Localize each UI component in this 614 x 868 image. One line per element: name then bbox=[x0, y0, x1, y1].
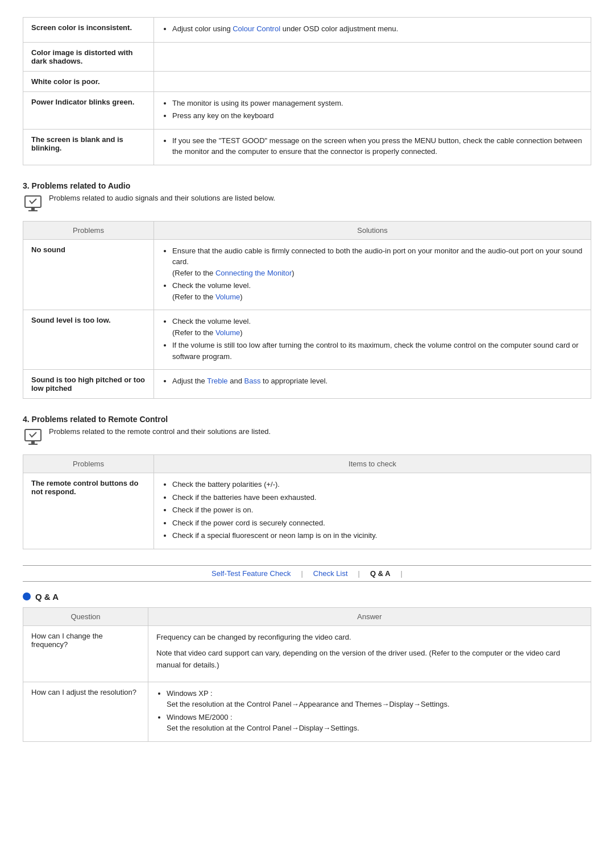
check-icon-2 bbox=[23, 427, 43, 448]
nav-divider-3: | bbox=[401, 569, 403, 578]
solution-cell: Check the battery polarities (+/-). Chec… bbox=[154, 473, 591, 549]
nav-check-list[interactable]: Check List bbox=[313, 569, 348, 578]
qa-header: Q & A bbox=[23, 592, 591, 602]
solution-cell: Ensure that the audio cable is firmly co… bbox=[154, 239, 591, 310]
qa-col-answer: Answer bbox=[148, 607, 591, 625]
solution-cell bbox=[154, 42, 591, 71]
bass-link[interactable]: Bass bbox=[244, 377, 261, 385]
qa-title: Q & A bbox=[35, 592, 59, 602]
problem-cell: Color image is distorted with dark shado… bbox=[23, 42, 154, 71]
section4-intro: Problems related to the remote control a… bbox=[23, 427, 591, 448]
volume-link-2[interactable]: Volume bbox=[215, 328, 240, 337]
svg-rect-4 bbox=[31, 441, 35, 444]
problem-cell: The remote control buttons do not respon… bbox=[23, 473, 154, 549]
section3-intro: Problems related to audio signals and th… bbox=[23, 194, 591, 214]
col-solutions: Solutions bbox=[154, 221, 591, 239]
qa-dot-icon bbox=[23, 592, 31, 600]
col-problems-rc: Problems bbox=[23, 455, 154, 473]
nav-bar: Self-Test Feature Check | Check List | Q… bbox=[23, 565, 591, 582]
table-row: The screen is blank and is blinking. If … bbox=[23, 129, 591, 165]
problem-cell: White color is poor. bbox=[23, 71, 154, 91]
solution-cell: Adjust the Treble and Bass to appropriat… bbox=[154, 370, 591, 399]
remote-problems-table: Problems Items to check The remote contr… bbox=[23, 454, 591, 549]
qa-row-resolution: How can I adjust the resolution? Windows… bbox=[23, 682, 591, 741]
colour-control-link[interactable]: Colour Control bbox=[233, 24, 280, 33]
nav-self-test[interactable]: Self-Test Feature Check bbox=[211, 569, 291, 578]
table-row: Sound level is too low. Check the volume… bbox=[23, 310, 591, 370]
check-icon bbox=[23, 194, 43, 214]
treble-link[interactable]: Treble bbox=[207, 377, 227, 385]
qa-table: Question Answer How can I change the fre… bbox=[23, 607, 591, 742]
connecting-monitor-link[interactable]: Connecting the Monitor bbox=[215, 269, 292, 277]
display-problems-table: Screen color is inconsistent. Adjust col… bbox=[23, 17, 591, 165]
table-row: Sound is too high pitched or too low pit… bbox=[23, 370, 591, 399]
nav-qa[interactable]: Q & A bbox=[370, 569, 391, 578]
problem-cell: The screen is blank and is blinking. bbox=[23, 129, 154, 165]
col-items-rc: Items to check bbox=[154, 455, 591, 473]
svg-rect-1 bbox=[31, 207, 35, 210]
table-row: White color is poor. bbox=[23, 71, 591, 91]
table-row: Color image is distorted with dark shado… bbox=[23, 42, 591, 71]
qa-answer-cell: Frequency can be changed by reconfigurin… bbox=[148, 625, 591, 682]
nav-divider-1: | bbox=[301, 569, 302, 578]
solution-cell: The monitor is using its power managemen… bbox=[154, 91, 591, 129]
svg-rect-5 bbox=[28, 444, 38, 445]
qa-question-cell: How can I adjust the resolution? bbox=[23, 682, 148, 741]
col-problems: Problems bbox=[23, 221, 154, 239]
problem-cell: Power Indicator blinks green. bbox=[23, 91, 154, 129]
section4-heading: 4. Problems related to Remote Control bbox=[23, 415, 591, 424]
qa-col-question: Question bbox=[23, 607, 148, 625]
problem-cell: Screen color is inconsistent. bbox=[23, 18, 154, 43]
solution-cell bbox=[154, 71, 591, 91]
problem-cell: Sound level is too low. bbox=[23, 310, 154, 370]
volume-link-1[interactable]: Volume bbox=[215, 293, 240, 301]
qa-row-frequency: How can I change the frequency? Frequenc… bbox=[23, 625, 591, 682]
solution-cell: If you see the "TEST GOOD" message on th… bbox=[154, 129, 591, 165]
problem-cell: Sound is too high pitched or too low pit… bbox=[23, 370, 154, 399]
audio-problems-table: Problems Solutions No sound Ensure that … bbox=[23, 221, 591, 399]
problem-cell: No sound bbox=[23, 239, 154, 310]
section3-heading: 3. Problems related to Audio bbox=[23, 181, 591, 190]
nav-divider-2: | bbox=[358, 569, 360, 578]
qa-answer-cell: Windows XP : Set the resolution at the C… bbox=[148, 682, 591, 741]
solution-cell: Check the volume level. (Refer to the Vo… bbox=[154, 310, 591, 370]
qa-question-cell: How can I change the frequency? bbox=[23, 625, 148, 682]
table-row: No sound Ensure that the audio cable is … bbox=[23, 239, 591, 310]
svg-rect-2 bbox=[28, 210, 38, 211]
table-row: Screen color is inconsistent. Adjust col… bbox=[23, 18, 591, 43]
table-row: Power Indicator blinks green. The monito… bbox=[23, 91, 591, 129]
table-row: The remote control buttons do not respon… bbox=[23, 473, 591, 549]
solution-cell: Adjust color using Colour Control under … bbox=[154, 18, 591, 43]
